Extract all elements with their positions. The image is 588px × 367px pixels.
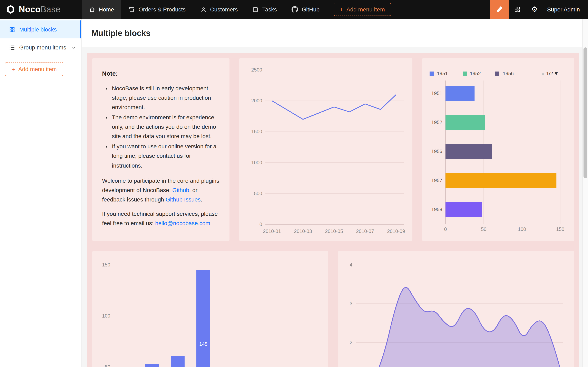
ui-editor-button[interactable] (490, 0, 509, 19)
line-chart-block[interactable]: 050010001500200025002010-012010-032010-0… (239, 58, 412, 241)
svg-text:2010-03: 2010-03 (294, 228, 312, 234)
github-icon (291, 6, 298, 13)
logo-text-bold: Noco (19, 5, 41, 14)
svg-text:500: 500 (254, 191, 262, 196)
nav-item-label: Orders & Products (139, 6, 185, 13)
email-link[interactable]: hello@nocobase.com (155, 220, 210, 226)
navbar-spacer (391, 0, 490, 19)
nav-item-tasks[interactable]: Tasks (245, 0, 284, 19)
blocks-grid: Note: NocoBase is still in early develop… (87, 53, 579, 367)
customers-icon (200, 6, 206, 12)
svg-text:100: 100 (102, 313, 110, 318)
blocks-icon (9, 26, 15, 33)
main-content: Multiple blocks Note: NocoBase is still … (82, 19, 588, 367)
sidebar-add-menu-item-button[interactable]: + Add menu item (5, 62, 63, 76)
settings-button[interactable]: ⚙ (526, 0, 543, 19)
nav-item-orders-products[interactable]: Orders & Products (121, 0, 193, 19)
area-chart-block[interactable]: 432 (338, 251, 574, 367)
nocobase-logo[interactable]: NocoBase (0, 0, 82, 19)
chevron-down-icon (72, 45, 76, 50)
tasks-icon (252, 6, 258, 12)
legend-item-1951[interactable]: 1951 (430, 71, 448, 76)
legend-prev-icon[interactable]: ▲ (541, 72, 545, 75)
top-navbar: NocoBase Home Orders & Products Customer… (0, 0, 588, 19)
note-bullet: NocoBase is still in early development s… (112, 84, 220, 112)
main-menu: Home Orders & Products Customers Tasks G… (82, 0, 391, 19)
legend-label: 1952 (470, 71, 481, 76)
note-heading: Note: (102, 69, 220, 79)
svg-text:1958: 1958 (431, 207, 442, 212)
note-text: . (201, 196, 202, 203)
note-paragraph-1: Welcome to participate in the core and p… (102, 176, 220, 204)
sidebar-item-label: Multiple blocks (19, 26, 57, 33)
home-icon (89, 6, 95, 12)
logo-text-light: Base (41, 5, 60, 14)
github-link[interactable]: Github (172, 187, 189, 193)
nav-add-menu-item-label: Add menu item (346, 6, 385, 13)
legend-label: 1956 (503, 71, 514, 76)
note-bullet-list: NocoBase is still in early development s… (102, 84, 220, 170)
vertical-scrollbar[interactable] (582, 19, 588, 367)
scrollbar-thumb[interactable] (583, 47, 587, 178)
legend-pagination: ▲ 1/2 ▼ (541, 71, 558, 76)
highlighter-icon (495, 5, 503, 14)
legend-swatch (462, 72, 467, 75)
legend-page-indicator: 1/2 (546, 71, 553, 76)
legend-next-icon[interactable]: ▼ (555, 72, 558, 75)
logo-text: NocoBase (19, 5, 60, 14)
plus-icon: + (339, 6, 343, 12)
svg-text:1956: 1956 (431, 149, 442, 154)
svg-text:1951: 1951 (431, 91, 442, 96)
svg-text:2010-05: 2010-05 (325, 228, 343, 234)
svg-text:50: 50 (105, 364, 110, 367)
line-chart[interactable]: 050010001500200025002010-012010-032010-0… (239, 58, 412, 241)
note-bullet: The demo environment is for experience o… (112, 113, 220, 141)
horizontal-bar-chart-block[interactable]: 1951 1952 1956 ▲ 1/2 ▼ (422, 58, 574, 241)
svg-text:4: 4 (350, 262, 352, 267)
sidebar-item-group-menu-items[interactable]: Group menu items (0, 38, 81, 56)
user-menu[interactable]: Super Admin (547, 6, 580, 13)
area-chart[interactable]: 432 (338, 251, 574, 367)
legend-item-1956[interactable]: 1956 (496, 71, 514, 76)
nav-add-menu-item-button[interactable]: + Add menu item (333, 3, 391, 16)
legend-swatch (496, 72, 499, 75)
nav-item-label: Tasks (262, 6, 277, 13)
nav-item-label: GitHub (302, 6, 320, 13)
legend-item-1952[interactable]: 1952 (462, 71, 481, 76)
list-icon (9, 44, 15, 50)
plugin-manager-button[interactable] (509, 0, 526, 19)
blocks-row-1: Note: NocoBase is still in early develop… (92, 58, 574, 241)
markdown-note-block[interactable]: Note: NocoBase is still in early develop… (92, 58, 229, 241)
sidebar: Multiple blocks Group menu items + Add m… (0, 19, 82, 367)
svg-text:0: 0 (444, 226, 447, 232)
svg-text:50: 50 (481, 226, 487, 232)
nav-item-label: Home (99, 6, 114, 13)
github-issues-link[interactable]: Github Issues (166, 196, 201, 203)
horizontal-bar-chart[interactable]: 05010015019511952195619571958 (422, 58, 574, 241)
svg-text:150: 150 (556, 226, 564, 232)
sidebar-item-multiple-blocks[interactable]: Multiple blocks (0, 20, 81, 38)
note-bullet: If you want to use our online version fo… (112, 142, 220, 170)
nocobase-logo-icon (6, 5, 16, 14)
bar-chart[interactable]: 50100150145 (92, 251, 328, 367)
bar-chart-block[interactable]: 50100150145 (92, 251, 328, 367)
page-header: Multiple blocks (82, 19, 588, 47)
blocks-row-2: 50100150145 432 (92, 251, 574, 367)
navbar-right: ⚙ Super Admin (490, 0, 588, 19)
nav-item-github[interactable]: GitHub (284, 0, 327, 19)
svg-text:100: 100 (518, 226, 526, 232)
svg-text:150: 150 (102, 262, 110, 267)
gear-icon: ⚙ (531, 6, 538, 13)
legend-label: 1951 (437, 71, 448, 76)
svg-text:145: 145 (199, 341, 207, 347)
chart-legend: 1951 1952 1956 ▲ 1/2 ▼ (430, 71, 558, 76)
nav-item-home[interactable]: Home (82, 0, 121, 19)
svg-text:2010-07: 2010-07 (356, 228, 374, 234)
nav-item-customers[interactable]: Customers (193, 0, 245, 19)
svg-text:1500: 1500 (251, 129, 262, 134)
svg-text:2: 2 (350, 340, 352, 345)
svg-text:1957: 1957 (431, 178, 442, 183)
svg-text:3: 3 (350, 301, 352, 306)
nav-item-label: Customers (210, 6, 238, 13)
legend-swatch (430, 72, 434, 75)
